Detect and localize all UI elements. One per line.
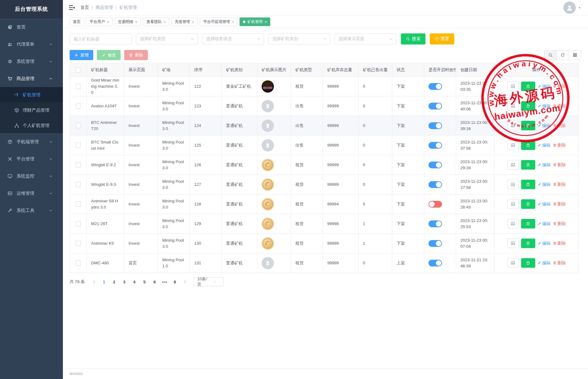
sidebar-item-agent-menu[interactable]: 代理菜单 (0, 36, 63, 53)
tab-transactions[interactable]: 交易明细× (115, 17, 141, 26)
row-delete-link[interactable]: 删除 (553, 83, 566, 90)
row-shop-button[interactable] (521, 219, 535, 228)
pagination-page-2[interactable]: 2 (110, 278, 119, 286)
tab-home[interactable]: 首页 (70, 17, 84, 26)
pagination-page-8[interactable]: 8 (171, 278, 179, 286)
edit-button[interactable]: 修改 (97, 50, 121, 60)
row-delete-link[interactable]: 删除 (553, 123, 566, 129)
timeliness-toggle[interactable] (429, 181, 442, 188)
sidebar-item-system-mgmt[interactable]: 系统管理 (0, 53, 63, 70)
row-image-button[interactable] (507, 140, 519, 150)
pagination-page-6[interactable]: 6 (150, 278, 159, 286)
row-shop-button[interactable] (521, 160, 535, 170)
row-delete-link[interactable]: 删除 (553, 142, 566, 148)
sidebar-collapse-icon[interactable] (68, 4, 75, 11)
pagination-next-button[interactable] (181, 278, 189, 286)
row-checkbox[interactable] (76, 123, 81, 128)
row-delete-link[interactable]: 删除 (553, 162, 566, 168)
tab-close-icon[interactable]: × (107, 20, 109, 24)
tab-recharge[interactable]: 充值管理× (171, 17, 198, 26)
pagination-ellipsis[interactable]: ••• (160, 280, 169, 284)
row-shop-button[interactable] (521, 82, 535, 91)
timeliness-toggle[interactable] (429, 103, 442, 109)
timeliness-toggle[interactable] (429, 201, 442, 208)
row-edit-link[interactable]: 编辑 (537, 142, 551, 148)
tab-close-icon[interactable]: × (232, 20, 234, 24)
search-button[interactable]: 搜索 (401, 33, 425, 44)
row-image-button[interactable] (507, 199, 519, 209)
add-button[interactable]: 新增 (70, 50, 93, 60)
row-shop-button[interactable] (521, 180, 535, 189)
row-image-button[interactable] (507, 82, 519, 91)
pagination-page-5[interactable]: 5 (140, 278, 149, 286)
row-shop-button[interactable] (521, 239, 535, 248)
timeliness-toggle[interactable] (429, 83, 442, 90)
row-checkbox[interactable] (76, 260, 81, 266)
row-edit-link[interactable]: 编辑 (537, 162, 551, 168)
row-delete-link[interactable]: 删除 (553, 260, 566, 266)
tab-withdraw[interactable]: 平台币提现管理× (200, 17, 237, 26)
row-delete-link[interactable]: 删除 (553, 240, 566, 247)
row-image-button[interactable] (507, 219, 519, 228)
sidebar-item-mobile-mgmt[interactable]: 手机端管理 (0, 133, 63, 150)
row-shop-button[interactable] (521, 258, 535, 268)
row-shop-button[interactable] (521, 101, 535, 111)
tab-close-icon[interactable]: × (264, 20, 267, 24)
per-page-select[interactable]: 10条/页 (194, 277, 224, 286)
tab-platform-users[interactable]: 平台用户× (86, 17, 113, 26)
row-edit-link[interactable]: 编辑 (537, 182, 551, 188)
select-all-checkbox[interactable] (76, 67, 81, 73)
filter-select-1[interactable]: 选择租售状态 (202, 33, 264, 44)
sidebar-item-miner-mgmt[interactable]: тT矿机管理 (0, 87, 63, 102)
breadcrumb-item[interactable]: 商品管理 (96, 5, 113, 10)
miner-title-input[interactable] (70, 33, 132, 44)
filter-select-0[interactable]: 选择矿机类型 (136, 33, 198, 44)
timeliness-toggle[interactable] (429, 240, 442, 247)
row-checkbox[interactable] (76, 221, 81, 226)
row-checkbox[interactable] (76, 162, 81, 167)
pagination-page-3[interactable]: 3 (120, 278, 129, 286)
pagination-page-4[interactable]: 4 (130, 278, 139, 286)
tab-miner-mgmt[interactable]: 矿机管理× (240, 17, 270, 26)
row-edit-link[interactable]: 编辑 (537, 221, 551, 227)
row-checkbox[interactable] (76, 182, 81, 187)
row-shop-button[interactable] (521, 199, 535, 209)
sidebar-item-goods-mgmt[interactable]: 商品管理 (0, 70, 63, 87)
row-edit-link[interactable]: 编辑 (537, 103, 551, 109)
row-edit-link[interactable]: 编辑 (537, 123, 551, 129)
table-search-button[interactable] (544, 51, 556, 60)
timeliness-toggle[interactable] (429, 220, 442, 227)
table-columns-button[interactable] (569, 51, 581, 60)
delete-button[interactable]: 删除 (124, 50, 148, 60)
timeliness-toggle[interactable] (429, 162, 442, 168)
sidebar-item-system-monitor[interactable]: 系统监控 (0, 167, 63, 185)
user-menu[interactable] (563, 2, 581, 14)
row-checkbox[interactable] (76, 241, 81, 246)
row-image-button[interactable] (507, 121, 519, 130)
tab-team[interactable]: 查看团队× (143, 17, 169, 26)
filter-select-3[interactable]: 选择展示页面 (335, 33, 397, 44)
row-delete-link[interactable]: 删除 (553, 103, 566, 109)
row-delete-link[interactable]: 删除 (553, 221, 566, 227)
row-delete-link[interactable]: 删除 (553, 201, 566, 207)
sidebar-item-platform-mgmt[interactable]: 平台管理 (0, 150, 63, 167)
row-image-button[interactable] (507, 160, 519, 170)
row-image-button[interactable] (507, 101, 519, 111)
row-shop-button[interactable] (521, 121, 535, 130)
timeliness-toggle[interactable] (429, 260, 442, 266)
pagination-page-1[interactable]: 1 (100, 278, 109, 286)
filter-select-2[interactable]: 选择矿机类别 (268, 33, 330, 44)
row-checkbox[interactable] (76, 103, 81, 109)
row-edit-link[interactable]: 编辑 (537, 201, 551, 207)
tab-close-icon[interactable]: × (192, 20, 194, 24)
row-edit-link[interactable]: 编辑 (537, 83, 551, 90)
row-image-button[interactable] (507, 258, 519, 268)
reset-button[interactable]: 重置 (430, 33, 454, 44)
row-delete-link[interactable]: 删除 (553, 182, 566, 188)
pagination-prev-button[interactable] (90, 278, 98, 286)
row-checkbox[interactable] (76, 84, 81, 89)
row-checkbox[interactable] (76, 201, 81, 207)
timeliness-toggle[interactable] (429, 142, 442, 149)
sidebar-item-personal-miner-mgmt[interactable]: 个人矿机管理 (0, 118, 63, 133)
table-refresh-button[interactable] (556, 51, 569, 60)
